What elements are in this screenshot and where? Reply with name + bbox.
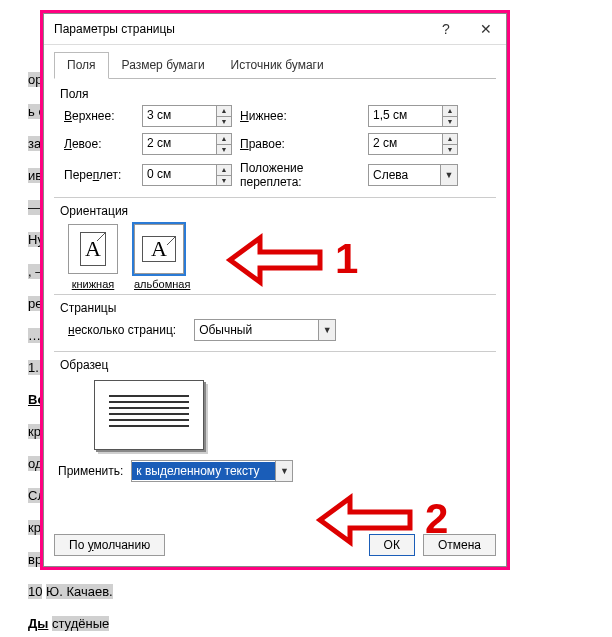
tab-paper-size[interactable]: Размер бумаги (109, 52, 218, 79)
label-multipage: несколько страниц: (68, 323, 176, 337)
label-gutter: Переплет: (64, 168, 134, 182)
help-button[interactable]: ? (426, 14, 466, 44)
titlebar: Параметры страницы ? ✕ (44, 14, 506, 45)
default-button[interactable]: По умолчанию (54, 534, 165, 556)
input-gutter[interactable]: 0 см ▲▼ (142, 164, 232, 186)
select-gutter-pos[interactable]: Слева ▼ (368, 164, 458, 186)
close-button[interactable]: ✕ (466, 14, 506, 44)
chevron-down-icon: ▼ (440, 165, 457, 185)
input-bottom-margin[interactable]: 1,5 см ▲▼ (368, 105, 458, 127)
tab-margins[interactable]: Поля (54, 52, 109, 79)
label-bottom: Нижнее: (240, 109, 360, 123)
close-icon: ✕ (480, 21, 492, 37)
annotation-number-1: 1 (335, 235, 358, 283)
label-gutter-pos: Положение переплета: (240, 161, 360, 189)
select-apply-to[interactable]: к выделенному тексту ▼ (131, 460, 293, 482)
group-margins-title: Поля (60, 87, 496, 101)
label-apply: Применить: (58, 464, 123, 478)
page-setup-dialog-frame: Параметры страницы ? ✕ Поля Размер бумаг… (40, 10, 510, 570)
label-left: Левое: (64, 137, 134, 151)
label-top: Верхнее: (64, 109, 134, 123)
input-left-margin[interactable]: 2 см ▲▼ (142, 133, 232, 155)
orientation-landscape[interactable]: альбомная (134, 224, 190, 290)
input-right-margin[interactable]: 2 см ▲▼ (368, 133, 458, 155)
input-top-margin[interactable]: 3 см ▲▼ (142, 105, 232, 127)
label-right: Правое: (240, 137, 360, 151)
group-pages-title: Страницы (60, 301, 496, 315)
annotation-number-2: 2 (425, 495, 448, 543)
tab-paper-source[interactable]: Источник бумаги (218, 52, 337, 79)
group-preview-title: Образец (60, 358, 496, 372)
chevron-down-icon: ▼ (275, 461, 292, 481)
chevron-down-icon: ▼ (318, 320, 335, 340)
select-multipage[interactable]: Обычный ▼ (194, 319, 336, 341)
dialog-title: Параметры страницы (54, 22, 175, 36)
orientation-portrait[interactable]: книжная (68, 224, 118, 290)
tab-strip: Поля Размер бумаги Источник бумаги (54, 51, 496, 79)
preview-image (94, 380, 204, 450)
page-setup-dialog: Параметры страницы ? ✕ Поля Размер бумаг… (43, 13, 507, 567)
margins-grid: Верхнее: 3 см ▲▼ Нижнее: 1,5 см ▲▼ Левое… (64, 105, 496, 189)
ok-button[interactable]: ОК (369, 534, 415, 556)
group-orientation-title: Ориентация (60, 204, 496, 218)
